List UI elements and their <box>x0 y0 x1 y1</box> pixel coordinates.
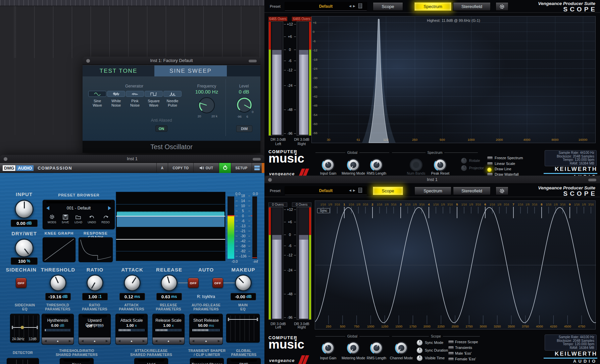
preset-next-icon[interactable]: ▶ <box>353 189 355 192</box>
input-gain-knob[interactable] <box>322 159 335 171</box>
toggle-led-male-ess-[interactable] <box>448 352 454 355</box>
dim-button[interactable]: DIM <box>236 125 252 132</box>
window-minimize-button[interactable] <box>249 60 257 62</box>
param-name[interactable]: Knee <box>60 362 93 364</box>
load-button[interactable]: LOAD <box>74 214 82 228</box>
step-down-arrow[interactable]: ◀ <box>81 339 84 343</box>
eq-gain-label[interactable]: 12dB <box>29 337 37 341</box>
overs-counter-right[interactable]: 6465 Overs <box>292 17 311 21</box>
settings-tab[interactable] <box>496 187 508 195</box>
param-value[interactable]: 1.00 x <box>153 323 184 327</box>
step-down-arrow[interactable]: ◀ <box>192 339 194 343</box>
toggle-led-linear-scale[interactable] <box>487 162 493 165</box>
toggle-led-draw-line[interactable] <box>487 168 492 172</box>
sidechain-switch[interactable]: OFF <box>16 278 27 288</box>
out-button[interactable]: OUT <box>193 163 219 173</box>
save-button[interactable]: SAVE <box>62 214 69 228</box>
toggle-label[interactable]: Male 'Ess' <box>455 351 471 355</box>
window-close-button[interactable] <box>86 59 90 63</box>
peak-reset-knob[interactable] <box>434 159 447 171</box>
spectrum-display[interactable]: +60-6-12-18-24-30-36-42-48-54-60-6630611… <box>311 16 596 143</box>
state-off[interactable]: Off <box>87 324 92 328</box>
param-name[interactable]: Hystheresis <box>42 318 73 323</box>
redo-button[interactable]: REDO <box>101 214 110 228</box>
preset-next-button[interactable] <box>108 206 111 210</box>
step-up-arrow[interactable]: ▶ <box>106 339 108 343</box>
preset-list-icon[interactable] <box>358 188 362 193</box>
overs-counter-left[interactable]: 0 Overs <box>268 202 287 207</box>
wave-button-needle-pulse[interactable] <box>163 91 182 97</box>
channel-mode-knob[interactable] <box>395 342 408 354</box>
power-button[interactable] <box>219 163 231 173</box>
step-down-arrow[interactable]: ◀ <box>118 339 120 343</box>
wave-button-pink-noise[interactable] <box>126 91 144 97</box>
tab-test-tone[interactable]: TEST TONE <box>83 65 154 76</box>
metering-mode-knob[interactable] <box>347 159 360 171</box>
param-stepper[interactable]: ◀▲▶ <box>190 338 222 344</box>
tab-spectrum[interactable]: Spectrum <box>414 187 451 195</box>
attack-value[interactable]: 0.12ms <box>119 293 145 300</box>
preset-next-icon[interactable]: ▶ <box>353 4 355 8</box>
toggle-label[interactable]: Freeze Scope <box>455 340 478 344</box>
tab-stereofield[interactable]: Stereofield <box>453 2 491 11</box>
daw-timeline-ruler[interactable] <box>0 0 264 6</box>
window-close-button[interactable] <box>4 157 7 161</box>
titlebar[interactable]: Inst 1 <box>0 155 264 163</box>
toggle-label[interactable]: Draw Waterfall <box>495 172 519 176</box>
state-on[interactable]: On <box>98 324 103 328</box>
param-value[interactable]: 1.00 x <box>116 323 147 327</box>
sync-mode-knob[interactable] <box>417 340 422 346</box>
toggle-led-freeze-scope[interactable] <box>448 341 454 344</box>
anti-aliased-on-button[interactable]: ON <box>155 125 167 132</box>
tab-sine-sweep[interactable]: SINE SWEEP <box>154 65 227 76</box>
titlebar[interactable]: Inst 1 <box>264 176 600 184</box>
sync-duration-knob[interactable] <box>417 348 422 353</box>
rms-length-knob[interactable] <box>370 342 383 354</box>
visible-time-knob[interactable] <box>417 355 422 361</box>
window-minimize-button[interactable] <box>253 158 261 161</box>
input-value[interactable]: 0.00 dB <box>11 220 38 227</box>
toggle-label[interactable]: Female 'Ess' <box>455 357 476 361</box>
param-stepper[interactable]: ◀▲▶ <box>153 338 184 344</box>
titlebar[interactable]: Inst 1: Factory Default <box>83 57 260 65</box>
window-minimize-button[interactable] <box>588 179 596 181</box>
toggle-label[interactable]: Linear Scale <box>495 162 515 166</box>
step-down-arrow[interactable]: ◀ <box>155 339 157 343</box>
param-bar[interactable] <box>192 329 220 331</box>
step-up-arrow[interactable]: ▶ <box>218 339 220 343</box>
release-off-switch[interactable]: OFF <box>188 278 199 288</box>
param-name[interactable]: RMS <box>227 362 260 364</box>
window-close-button[interactable] <box>268 178 272 182</box>
toggle-label[interactable]: Freeze Spectrum <box>495 156 523 160</box>
param-value[interactable]: 0.00 dB <box>42 323 73 327</box>
preset-prev-icon[interactable]: ◀ <box>349 4 351 8</box>
frequency-knob[interactable] <box>198 97 215 114</box>
threshold-value[interactable]: -19.16dB <box>45 293 71 300</box>
step-up-arrow[interactable]: ▶ <box>180 339 182 343</box>
tab-scope[interactable]: Scope <box>373 187 403 195</box>
wave-button-square-wave[interactable] <box>145 91 163 97</box>
toggle-label[interactable]: Draw Line <box>495 167 511 171</box>
param-bar[interactable] <box>118 329 145 331</box>
release-knob[interactable] <box>161 275 178 291</box>
step-down-arrow[interactable]: ◀ <box>44 339 47 343</box>
preset-prev-icon[interactable]: ◀ <box>349 189 351 192</box>
param-stepper[interactable]: ◀▲▶ <box>116 338 147 344</box>
layout-menu-button[interactable] <box>252 163 262 173</box>
input-knob[interactable] <box>15 200 34 219</box>
wave-button-white-noise[interactable] <box>107 91 125 97</box>
param-stepper[interactable]: ◀▲▶ <box>42 338 73 344</box>
copy-to-button[interactable]: COPY TO <box>168 163 193 173</box>
preset-list-icon[interactable] <box>358 3 362 8</box>
makeup-value[interactable]: -0.00dB <box>231 293 256 300</box>
tab-stereofield[interactable]: Stereofield <box>453 187 491 195</box>
param-name[interactable]: Hold <box>135 362 168 364</box>
oscilloscope-display[interactable]: Sync1/161/83/1611/161/83/1621/161/83/163… <box>315 200 596 329</box>
param-name[interactable]: Attack Scale <box>116 318 147 323</box>
toggle-led-transients[interactable] <box>448 346 454 349</box>
param-name[interactable]: Release Scale <box>153 318 184 323</box>
mods-button[interactable]: MODS <box>48 214 56 228</box>
input-gain-knob[interactable] <box>322 342 335 354</box>
param-bar[interactable] <box>45 329 71 331</box>
param-bar[interactable] <box>155 329 182 331</box>
